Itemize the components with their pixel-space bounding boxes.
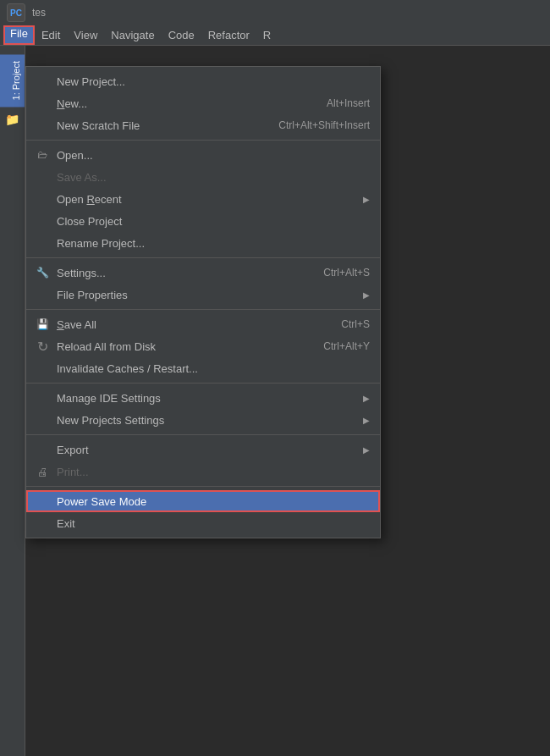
menu-item-invalidate[interactable]: Invalidate Caches / Restart... [26, 357, 380, 379]
menu-item-file-properties[interactable]: File Properties ▶ [26, 284, 380, 306]
open-recent-arrow: ▶ [363, 195, 370, 204]
new-projects-arrow: ▶ [363, 416, 370, 425]
menu-item-open[interactable]: 🗁 Open... [26, 144, 380, 166]
reload-icon: ↻ [35, 339, 50, 354]
menu-item-new-scratch[interactable]: New Scratch File Ctrl+Alt+Shift+Insert [26, 114, 380, 136]
menu-item-manage-ide[interactable]: Manage IDE Settings ▶ [26, 387, 380, 409]
menu-item-new-project[interactable]: New Project... [26, 70, 380, 92]
manage-ide-arrow: ▶ [363, 394, 370, 403]
menu-section-export: Export ▶ 🖨 Print... [26, 435, 380, 487]
sidebar-tab-project[interactable]: 1: Project [0, 54, 25, 107]
menu-r[interactable]: R [256, 25, 278, 45]
menu-item-new-projects-settings[interactable]: New Projects Settings ▶ [26, 409, 380, 431]
wrench-icon: 🔧 [35, 265, 50, 280]
sidebar: 1: Project 📁 [0, 46, 25, 756]
menu-section-open: 🗁 Open... Save As... Open Recent ▶ Close… [26, 141, 380, 258]
app-icon: PC [7, 3, 25, 22]
menu-view[interactable]: View [67, 25, 104, 45]
menu-item-new[interactable]: New... Alt+Insert [26, 92, 380, 114]
main-area: 1: Project 📁 New Project... New... Alt+I… [0, 46, 550, 756]
menu-section-power: Power Save Mode Exit [26, 487, 380, 538]
menu-section-settings: 🔧 Settings... Ctrl+Alt+S File Properties… [26, 258, 380, 310]
menu-item-settings[interactable]: 🔧 Settings... Ctrl+Alt+S [26, 262, 380, 284]
menu-item-save-as: Save As... [26, 166, 380, 188]
menu-item-open-recent[interactable]: Open Recent ▶ [26, 188, 380, 210]
menu-item-save-all[interactable]: 💾 Save All Ctrl+S [26, 313, 380, 335]
menu-item-export[interactable]: Export ▶ [26, 439, 380, 461]
menu-item-power-save[interactable]: Power Save Mode [26, 490, 380, 512]
menu-bar: File Edit View Navigate Code Refactor R [0, 25, 550, 46]
save-icon: 💾 [35, 317, 50, 332]
folder-icon: 🗁 [35, 147, 50, 163]
menu-item-reload-disk[interactable]: ↻ Reload All from Disk Ctrl+Alt+Y [26, 335, 380, 357]
file-dropdown-menu[interactable]: New Project... New... Alt+Insert New Scr… [25, 66, 381, 538]
menu-section-new: New Project... New... Alt+Insert New Scr… [26, 67, 380, 141]
menu-section-save: 💾 Save All Ctrl+S ↻ Reload All from Disk… [26, 310, 380, 384]
menu-refactor[interactable]: Refactor [201, 25, 256, 45]
menu-item-exit[interactable]: Exit [26, 512, 380, 534]
file-properties-arrow: ▶ [363, 290, 370, 300]
menu-section-ide: Manage IDE Settings ▶ New Projects Setti… [26, 384, 380, 435]
menu-item-rename-project[interactable]: Rename Project... [26, 232, 380, 254]
menu-item-close-project[interactable]: Close Project [26, 210, 380, 232]
menu-navigate[interactable]: Navigate [104, 25, 161, 45]
menu-code[interactable]: Code [162, 25, 201, 45]
window-title: tes [32, 7, 46, 19]
export-arrow: ▶ [363, 445, 370, 455]
menu-item-print: 🖨 Print... [26, 461, 380, 483]
print-icon: 🖨 [35, 464, 50, 479]
menu-edit[interactable]: Edit [35, 25, 67, 45]
menu-file[interactable]: File [3, 25, 35, 45]
title-bar: PC tes [0, 0, 550, 25]
sidebar-folder-icon[interactable]: 📁 [3, 110, 22, 129]
